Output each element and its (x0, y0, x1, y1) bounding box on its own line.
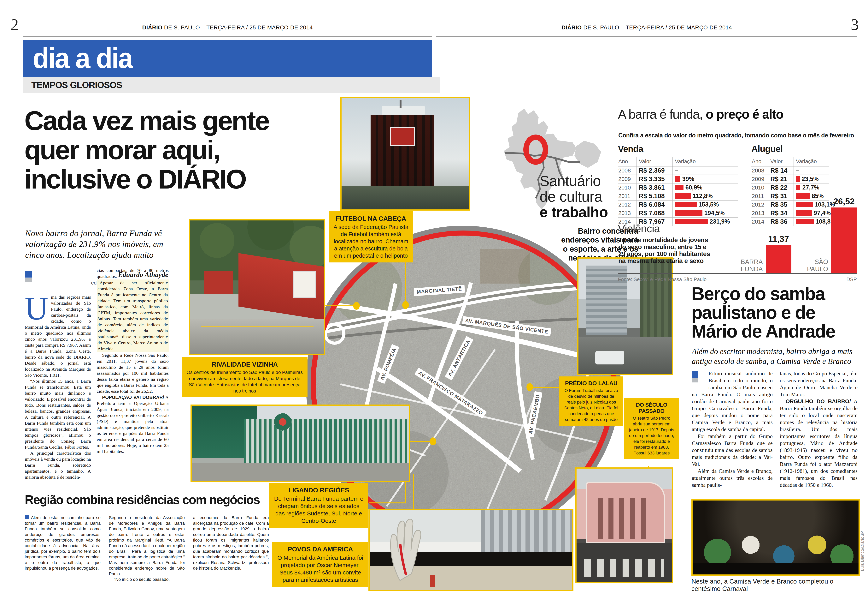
bar-label: SÃO PAULO (807, 258, 828, 272)
callout-rivalidade-text: Os centros de treinamento do São Paulo e… (186, 369, 304, 394)
photo-forum-trees (640, 259, 672, 342)
map-marker-dot-predio (527, 383, 533, 391)
column-header: Valor (637, 157, 673, 166)
infographic-subtitle: Confira a escala do valor do metro quadr… (618, 132, 858, 139)
table-row: 2010R$ 3.86160,9% (618, 183, 738, 192)
infographic-title-light: A barra é funda, (618, 107, 703, 121)
cell-value: R$ 3.335 (637, 175, 673, 183)
map-title: Santuário de cultura e trabalho (539, 173, 608, 220)
map-marker-dot-palmeiras (430, 437, 436, 445)
samba-column-1: Ritmo musical sinônimo de Brasil em todo… (692, 370, 773, 489)
photo-carnival (691, 499, 860, 576)
samba-standfirst: Além do escritor modernista, bairro abri… (692, 346, 866, 367)
photo-forum-car (595, 351, 624, 365)
photo-fpf-logo (390, 127, 415, 146)
masthead-right-brand: DIÁRIO (561, 24, 582, 31)
samba-headline: Berço do samba paulistano e de Mário de … (691, 284, 865, 341)
photo-forum-tower (586, 266, 627, 335)
photo-palmeiras-crest (274, 413, 291, 431)
bar-column: 11,37 (766, 234, 791, 273)
callout-predio-title: PRÉDIO DO LALAU (563, 380, 619, 387)
callout-futebol-text: A sede da Federação Paulista de Futebol … (333, 224, 409, 259)
cell-value: R$ 2.369 (637, 166, 673, 175)
photo-fpf-building (340, 97, 470, 211)
column-header: Ano (618, 157, 637, 166)
bar-label: BARRA FUNDA (741, 258, 763, 272)
photo-fpf-helipad (382, 106, 425, 115)
table-row: 2008R$ 14– (752, 166, 829, 175)
variation-label: 39% (682, 176, 694, 183)
cell-variation: 153,5% (673, 200, 738, 209)
samba-column-2: tanas, todas do Grupo Especial, têm os s… (780, 370, 857, 489)
lead-headline: Cada vez mais gente quer morar aqui, inc… (24, 106, 334, 194)
cell-variation: 231,9% (673, 217, 738, 226)
infographic-source: Fonte: Secovi e Rede Nossa São Paulo (618, 276, 707, 283)
paragraph: “Nos últimos 15 anos, a Barra Funda se t… (25, 378, 91, 450)
violencia-desc: Taxa de mortalidade de jovens do sexo ma… (618, 236, 730, 264)
paragraph: Segundo a Rede Nossa São Paulo, em 2011,… (97, 352, 169, 394)
callout-rivalidade-title: RIVALIDADE VIZINHA (186, 360, 304, 368)
table-row: 2010R$ 2227,7% (752, 183, 829, 192)
violencia-chart: BARRA FUNDA11,37SÃO PAULO26,52 (741, 194, 857, 273)
photo-palmeiras-ct-gate (191, 404, 410, 482)
variation-bar (675, 185, 684, 190)
callout-predio-text: O Fórum Trabalhista foi alvo de desvio d… (563, 388, 619, 422)
cell-year: 2009 (752, 176, 768, 182)
column-header: Valor (768, 157, 794, 166)
photo-fpf-trees (341, 186, 469, 210)
cell-variation: 194,5% (673, 209, 738, 217)
photo-memorial-person (430, 575, 436, 587)
variation-bar (675, 210, 702, 216)
section-title: dia a dia (23, 40, 132, 75)
variation-bar (796, 185, 800, 190)
cell-year: 2011 (618, 193, 637, 199)
lead-standfirst: Novo bairro do jornal, Barra Funda vê va… (25, 228, 172, 260)
business-column-2: Segundo o presidente da Associação de Mo… (109, 515, 185, 582)
cell-value: R$ 3.861 (637, 183, 673, 192)
paragraph: Além da Camisa Verde e Branco, atualment… (692, 468, 773, 489)
cell-value: R$ 21 (768, 175, 794, 183)
photo-palmeiras-road (192, 463, 409, 481)
cell-variation: 112,8% (673, 192, 738, 200)
cell-year: 2012 (618, 202, 637, 208)
run-in-subhead: POPULAÇÃO VAI DOBRAR/ (102, 395, 164, 400)
variation-bar (675, 193, 691, 199)
callout-ligando-title: LIGANDO REGIÕES (273, 486, 364, 494)
page-number-left: 2 (11, 16, 19, 34)
bar-column: 26,52 (831, 197, 857, 273)
table-title: Venda (618, 144, 738, 154)
byline-icon-gray-square (25, 278, 32, 282)
photo-credit-vertical: Luis Blanco/DiárioSP (860, 531, 865, 571)
violencia-title: Violência (618, 222, 660, 235)
cell-year: 2010 (618, 185, 637, 191)
photo-memorial-hand-sculpture (374, 512, 424, 582)
variation-label: 231,9% (710, 218, 730, 225)
callout-futebol-title: FUTEBOL NA CABEÇA (333, 215, 409, 222)
cell-value: R$ 7.068 (637, 209, 673, 217)
paragraph: A principal característica dos imóveis à… (25, 450, 91, 480)
bullet-icon (25, 515, 29, 519)
bar-group: BARRA FUNDA11,37 (741, 234, 791, 273)
infographic-top-rule (618, 101, 857, 101)
photo-palmeiras-fence (244, 419, 409, 463)
callout-futebol: FUTEBOL NA CABEÇA A sede da Federação Pa… (329, 211, 413, 263)
callout-povos: POVOS DA AMÉRICA O Memorial da América L… (272, 542, 368, 587)
variation-bar (675, 202, 697, 207)
lead-column-2: cias compactas, de 70 a 80 metros quadra… (97, 267, 169, 454)
photo-teatro-windows (598, 498, 651, 539)
bar-value: 11,37 (768, 234, 789, 244)
table-row: 2011R$ 5.108112,8% (618, 192, 738, 200)
callout-ligando: LIGANDO REGIÕES Do Terminal Barra Funda … (269, 483, 368, 528)
table-header: AnoValorVariação (752, 157, 829, 166)
byline-icon-blue-square (25, 271, 32, 278)
callout-povos-text: O Memorial da América Latina foi projeta… (276, 554, 364, 584)
photo-memorial-hand (369, 509, 574, 591)
masthead-right: DIÁRIO DE S. PAULO – TERÇA-FEIRA / 25 DE… (436, 24, 857, 31)
masthead-left-brand: DIÁRIO (142, 24, 163, 31)
variation-label: 60,9% (685, 184, 702, 191)
column-header: Ano (752, 157, 768, 166)
section-kicker: TEMPOS GLORIOSOS (23, 77, 440, 93)
cell-variation: 23,5% (794, 175, 829, 183)
cell-variation: – (673, 166, 738, 175)
photo-spfc-curb (201, 326, 313, 327)
